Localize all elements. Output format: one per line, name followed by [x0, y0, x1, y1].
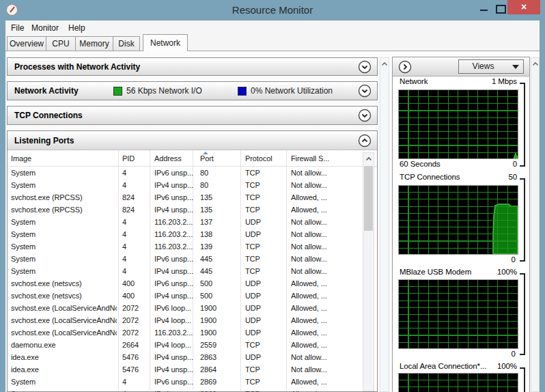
table-row[interactable]: System4IPv6 unsp...80TCPNot allow...	[8, 167, 362, 179]
graphs-panel: Views Network 1 Mbps 60 Seconds 0 TCP Co…	[392, 57, 530, 392]
graph-lac-max: 100%	[497, 362, 517, 370]
scale-bracket	[520, 367, 525, 392]
scroll-up-icon[interactable]	[380, 59, 389, 68]
table-row[interactable]: svchost.exe (RPCSS)824IPv4 unsp...135TCP…	[8, 204, 362, 216]
table-cell: 4	[122, 240, 150, 253]
table-cell: 138	[200, 228, 239, 240]
table-cell: 4	[122, 167, 150, 179]
section-listening-ports-header[interactable]: Listening Ports	[8, 131, 377, 150]
maximize-button[interactable]	[496, 5, 506, 14]
column-header-address[interactable]: Address	[154, 150, 194, 166]
table-cell: System	[11, 253, 117, 265]
table-cell: System	[11, 388, 117, 392]
table-scrollbar[interactable]	[363, 152, 374, 391]
menu-monitor[interactable]: Monitor	[30, 23, 60, 33]
scale-bracket	[520, 273, 525, 355]
close-button[interactable]: ×	[507, 0, 540, 14]
graph-tcp-labels: TCP Connections 50	[400, 173, 517, 181]
titlebar: Resource Monitor ×	[0, 0, 545, 20]
table-cell: Allowed, ...	[291, 388, 358, 392]
table-cell: IPv4 unsp...	[154, 179, 194, 191]
table-cell: IPv4 unsp...	[154, 388, 194, 392]
table-row[interactable]: System4116.203.2...138UDPNot allow...	[8, 228, 362, 240]
table-cell: Not allow...	[291, 363, 358, 376]
section-network-activity[interactable]: Network Activity 56 Kbps Network I/O 0% …	[7, 81, 378, 100]
table-cell: System	[11, 228, 117, 240]
table-row[interactable]: System4IPv4 unsp...2869TCPAllowed, ...	[8, 388, 362, 392]
table-cell: TCP	[245, 388, 285, 392]
table-row[interactable]: svchost.exe (RPCSS)824IPv6 unsp...135TCP…	[8, 191, 362, 204]
table-cell: Allowed, ...	[291, 314, 358, 326]
table-row[interactable]: System4116.203.2...139TCPNot allow...	[8, 240, 362, 253]
graphs-toolbar: Views	[393, 57, 529, 76]
table-cell: TCP	[245, 376, 285, 388]
table-cell: 1900	[200, 326, 239, 339]
tab-memory[interactable]: Memory	[75, 36, 113, 51]
graph-mblaze-min: 0	[512, 350, 516, 358]
section-tcp-connections[interactable]: TCP Connections	[7, 106, 378, 125]
column-header-pid[interactable]: PID	[122, 150, 150, 166]
table-cell: UDP	[245, 277, 285, 290]
scrollbar-thumb[interactable]	[364, 166, 373, 231]
section-processes[interactable]: Processes with Network Activity	[7, 57, 378, 76]
table-row[interactable]: idea.exe5476IPv4 unsp...2864TCPNot allow…	[8, 363, 362, 376]
table-row[interactable]: daemonu.exe2664IPv4 loop...2559TCPAllowe…	[8, 339, 362, 351]
network-utilization-swatch	[238, 87, 247, 96]
table-cell: UDP	[245, 216, 285, 228]
table-cell: 80	[200, 167, 239, 179]
section-listening-ports-title: Listening Ports	[14, 131, 74, 150]
table-row[interactable]: System4116.203.2...137UDPNot allow...	[8, 216, 362, 228]
views-button[interactable]: Views	[458, 59, 508, 74]
table-row[interactable]: svchost.exe (netsvcs)400IPv6 unsp...500U…	[8, 277, 362, 290]
collapse-panel-button[interactable]	[398, 60, 412, 76]
table-row[interactable]: System4IPv4 unsp...445TCPNot allow...	[8, 265, 362, 277]
table-row[interactable]: svchost.exe (LocalServiceAndNo...2072IPv…	[8, 302, 362, 314]
table-cell: 2559	[200, 339, 239, 351]
chevron-down-icon[interactable]	[358, 109, 372, 122]
minimize-button[interactable]	[480, 10, 488, 11]
menu-help[interactable]: Help	[67, 23, 87, 33]
table-row[interactable]: idea.exe5476IPv4 unsp...2863UDPNot allow…	[8, 351, 362, 363]
table-cell: IPv6 unsp...	[154, 167, 194, 179]
tab-disk[interactable]: Disk	[113, 36, 140, 51]
column-header-protocol[interactable]: Protocol	[245, 150, 285, 166]
table-row[interactable]: svchost.exe (netsvcs)400IPv4 unsp...500U…	[8, 290, 362, 302]
views-dropdown-button[interactable]	[507, 59, 524, 74]
tab-overview[interactable]: Overview	[7, 36, 46, 51]
table-cell: 2869	[200, 376, 239, 388]
table-cell: 2863	[200, 351, 239, 363]
chevron-down-icon[interactable]	[358, 84, 372, 98]
tab-network[interactable]: Network	[143, 34, 188, 51]
network-utilization-label: 0% Network Utilization	[251, 86, 333, 96]
chevron-down-icon[interactable]	[358, 60, 372, 74]
table-cell: TCP	[245, 240, 285, 253]
right-pane-scrollbar[interactable]	[531, 57, 540, 392]
scroll-up-icon[interactable]	[363, 154, 374, 163]
graph-tcp-max: 50	[508, 173, 517, 181]
table-row[interactable]: System4IPv6 unsp...2869TCPAllowed, ...	[8, 376, 362, 388]
chevron-up-icon[interactable]	[358, 134, 372, 148]
table-row[interactable]: svchost.exe (LocalServiceAndNo...2072116…	[8, 326, 362, 339]
table-cell: IPv6 unsp...	[154, 277, 194, 290]
table-row[interactable]: svchost.exe (LocalServiceAndNo...2072IPv…	[8, 314, 362, 326]
left-pane-scrollbar[interactable]	[380, 57, 389, 392]
table-cell: svchost.exe (netsvcs)	[11, 290, 117, 302]
table-cell: svchost.exe (RPCSS)	[11, 204, 117, 216]
table-cell: idea.exe	[11, 363, 117, 376]
table-cell: UDP	[245, 228, 285, 240]
column-header-image[interactable]: Image	[11, 150, 117, 166]
table-row[interactable]: System4IPv4 unsp...80TCPNot allow...	[8, 179, 362, 191]
scale-bracket	[520, 178, 525, 262]
scroll-up-icon[interactable]	[531, 59, 539, 68]
menu-file[interactable]: File	[10, 23, 25, 33]
table-row[interactable]: System4IPv6 unsp...445TCPNot allow...	[8, 253, 362, 265]
table-cell: 400	[122, 290, 150, 302]
tab-cpu[interactable]: CPU	[46, 36, 76, 51]
graph-mblaze	[398, 279, 518, 349]
table-cell: System	[11, 376, 117, 388]
table-cell: 116.203.2...	[154, 326, 194, 339]
column-header-firewall[interactable]: Firewall S...	[291, 150, 358, 166]
graph-network-min: 0	[513, 160, 517, 168]
legend-network-utilization: 0% Network Utilization	[238, 82, 333, 100]
table-cell: 2072	[122, 326, 150, 339]
